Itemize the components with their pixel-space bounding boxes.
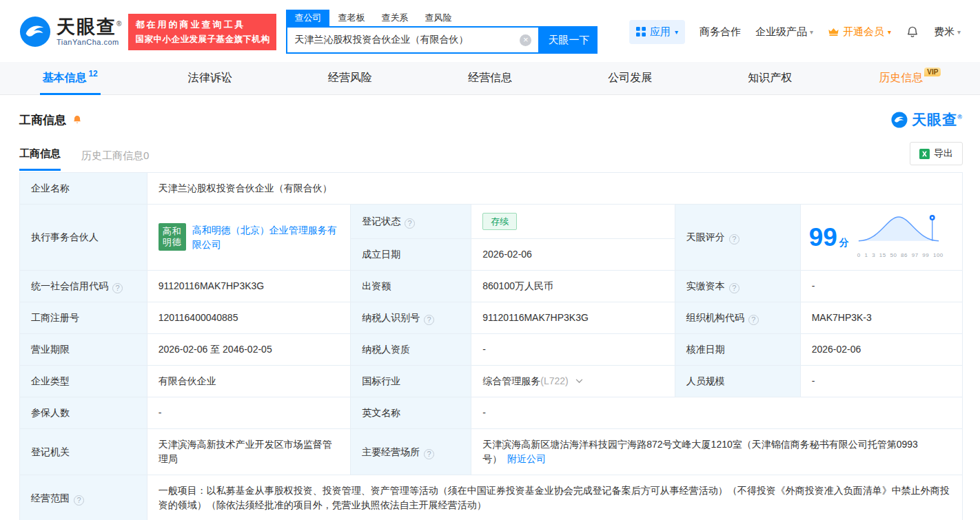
chevron-down-icon: ▾ — [810, 28, 813, 36]
taxpayer-id-value: 91120116MAK7HP3K3G — [471, 302, 675, 334]
crown-icon — [828, 27, 839, 37]
established-value: 2026-02-06 — [471, 239, 675, 271]
reg-number-value: 120116400040885 — [147, 302, 350, 334]
status-label: 登记状态? — [351, 205, 471, 239]
excel-icon — [919, 149, 930, 159]
vip-upgrade-link[interactable]: 开通会员▾ — [828, 25, 891, 39]
registry-value: 天津滨海高新技术产业开发区市场监督管理局 — [147, 429, 350, 475]
search-area: 查公司 查老板 查关系 查风险 × 天眼一下 — [286, 10, 598, 54]
subtab-business-info[interactable]: 工商信息 — [19, 147, 61, 171]
help-icon[interactable]: ? — [729, 234, 739, 245]
top-header: 天眼查® TianYanCha.com 都在用的商业查询工具 国家中小企业发展子… — [0, 0, 980, 62]
table-row: 执行事务合伙人 高和明德 高和明德（北京）企业管理服务有限公司 登记状态? 存续… — [20, 205, 963, 239]
alarm-bell-icon[interactable] — [72, 114, 83, 125]
tab-legal-litigation[interactable]: 法律诉讼 — [140, 62, 280, 94]
english-name-label: 英文名称 — [351, 397, 471, 429]
tab-history-info[interactable]: 历史信息VIP — [840, 62, 980, 94]
staff-size-value: - — [800, 366, 962, 397]
chevron-down-icon: ▾ — [888, 28, 891, 36]
table-row: 工商注册号 120116400040885 纳税人识别号? 91120116MA… — [20, 302, 963, 334]
partner-label: 执行事务合伙人 — [20, 205, 147, 271]
table-row: 企业类型 有限合伙企业 国标行业 综合管理服务(L722) 人员规模 - — [20, 366, 963, 397]
org-code-value: MAK7HP3K-3 — [800, 302, 962, 334]
score-distribution-chart: 0 1 3 15 50 86 97 99 100 — [857, 213, 943, 262]
tab-company-development[interactable]: 公司发展 — [560, 62, 700, 94]
main-content: 工商信息 天眼查® 工商信息 历史工商信息0 导出 — [0, 110, 980, 520]
search-tabs: 查公司 查老板 查关系 查风险 — [286, 10, 598, 26]
help-icon[interactable]: ? — [729, 283, 739, 293]
company-name-value: 天津兰沁股权投资合伙企业（有限合伙） — [147, 173, 962, 205]
business-scope-value: 一般项目：以私募基金从事股权投资、投资管理、资产管理等活动（须在中国证券投资基金… — [147, 475, 962, 520]
english-name-value: - — [471, 397, 963, 429]
partner-company-link[interactable]: 高和明德（北京）企业管理服务有限公司 — [192, 223, 339, 252]
enterprise-product-menu[interactable]: 企业级产品▾ — [755, 25, 813, 39]
search-button[interactable]: 天眼一下 — [540, 26, 598, 54]
table-row: 营业期限 2026-02-06 至 2046-02-05 纳税人资质 - 核准日… — [20, 334, 963, 366]
header-right-menu: 应用 ▾ 商务合作 企业级产品▾ 开通会员▾ 费米▾ — [629, 20, 961, 44]
search-tab-boss[interactable]: 查老板 — [329, 10, 373, 26]
subtab-history-business-info[interactable]: 历史工商信息0 — [81, 149, 149, 171]
taxpayer-quality-value: - — [471, 334, 675, 366]
industry-value: 综合管理服务(L722) — [471, 366, 675, 397]
help-icon[interactable]: ? — [748, 315, 759, 325]
partner-cell: 高和明德 高和明德（北京）企业管理服务有限公司 — [147, 205, 350, 271]
page: 天眼查® TianYanCha.com 都在用的商业查询工具 国家中小企业发展子… — [0, 0, 980, 520]
status-value: 存续 — [471, 205, 675, 239]
search-tab-relation[interactable]: 查关系 — [373, 10, 416, 26]
search-input[interactable] — [294, 34, 520, 45]
section-title-row: 工商信息 — [19, 112, 83, 128]
score-cell: 99分 0 1 3 15 50 86 97 99 100 — [800, 205, 962, 271]
registered-mark: ® — [116, 20, 121, 28]
taxpayer-quality-label: 纳税人资质 — [351, 334, 471, 366]
user-menu[interactable]: 费米▾ — [934, 25, 961, 39]
help-icon[interactable]: ? — [424, 449, 434, 459]
industry-code: (L722) — [540, 375, 568, 386]
score-axis-labels: 0 1 3 15 50 86 97 99 100 — [857, 248, 943, 262]
chevron-down-icon[interactable] — [575, 379, 583, 384]
staff-size-label: 人员规模 — [675, 366, 800, 397]
help-icon[interactable]: ? — [424, 315, 434, 325]
business-scope-label: 经营范围? — [20, 475, 147, 520]
capital-label: 出资额 — [351, 271, 471, 302]
tab-operation-info[interactable]: 经营信息 — [420, 62, 560, 94]
tab-basic-info[interactable]: 基本信息12 — [0, 62, 140, 94]
clear-icon[interactable]: × — [520, 34, 531, 46]
tab-intellectual-property[interactable]: 知识产权 — [700, 62, 840, 94]
help-icon[interactable]: ? — [74, 495, 84, 506]
table-row: 经营范围? 一般项目：以私募基金从事股权投资、投资管理、资产管理等活动（须在中国… — [20, 475, 963, 520]
tianyancha-logo-icon — [19, 16, 51, 48]
subtab-row: 工商信息 历史工商信息0 导出 — [19, 142, 963, 171]
tab-operation-risk[interactable]: 经营风险 — [280, 62, 420, 94]
apps-menu[interactable]: 应用 ▾ — [629, 20, 685, 44]
insured-count-label: 参保人数 — [20, 397, 147, 429]
business-term-label: 营业期限 — [20, 334, 147, 366]
org-code-label: 组织机构代码? — [675, 302, 800, 334]
tianyancha-logo[interactable]: 天眼查® TianYanCha.com — [19, 16, 121, 48]
tab-count-badge: 12 — [88, 69, 97, 79]
nearby-companies-link[interactable]: 附近公司 — [507, 453, 546, 464]
notification-bell-icon[interactable] — [906, 25, 919, 39]
business-info-table: 企业名称 天津兰沁股权投资合伙企业（有限合伙） 执行事务合伙人 高和明德 高和明… — [19, 172, 963, 520]
score-label: 天眼评分? — [675, 205, 800, 271]
approval-date-label: 核准日期 — [675, 334, 800, 366]
brand-watermark-text: 天眼查® — [912, 110, 963, 129]
promo-badge: 都在用的商业查询工具 国家中小企业发展子基金旗下机构 — [128, 14, 276, 50]
paid-capital-label: 实缴资本? — [675, 271, 800, 302]
export-button[interactable]: 导出 — [910, 142, 963, 165]
insured-count-value: - — [147, 397, 350, 429]
chevron-down-icon: ▾ — [675, 28, 678, 36]
help-icon[interactable]: ? — [112, 283, 123, 293]
section-title: 工商信息 — [19, 112, 66, 128]
search-tab-risk[interactable]: 查风险 — [416, 10, 460, 26]
help-icon[interactable]: ? — [405, 218, 415, 229]
logo-domain: TianYanCha.com — [57, 38, 121, 46]
vip-badge: VIP — [924, 67, 941, 76]
logo-title: 天眼查® — [57, 17, 121, 38]
search-box: × — [286, 26, 540, 54]
table-row: 登记机关 天津滨海高新技术产业开发区市场监督管理局 主要经营场所? 天津滨海高新… — [20, 429, 963, 475]
tianyancha-logo-icon — [891, 112, 908, 128]
business-cooperation-link[interactable]: 商务合作 — [700, 25, 741, 39]
status-badge: 存续 — [482, 213, 517, 230]
credit-code-label: 统一社会信用代码? — [20, 271, 147, 302]
search-tab-company[interactable]: 查公司 — [286, 10, 329, 26]
